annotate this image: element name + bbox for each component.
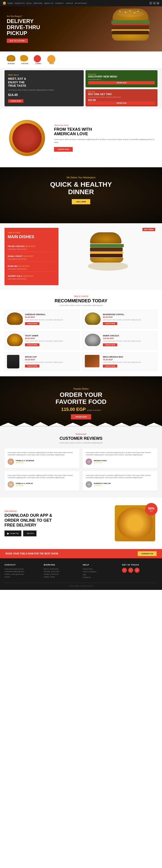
nav-home[interactable]: HOME: [7, 2, 13, 4]
qhd-call-btn[interactable]: CALL NOW: [72, 199, 90, 204]
app-section: Free Delivery DOWNLOAD OUR APP & ORDER O…: [0, 498, 162, 549]
rec-title: RECOMMENDED TODAY: [4, 298, 158, 303]
footer-link-terms[interactable]: Terms & Conditions: [83, 570, 118, 574]
promo-left-card: Meet, Eat & MEET, EAT & ENJOY THE TRUE T…: [4, 70, 84, 106]
main-dishes-menu: Tasty & Fresh MAIN DISHES FRANK CHICKEN …: [4, 228, 58, 285]
footer-link-privacy[interactable]: Privacy Policy: [83, 568, 118, 571]
reviewer-name-3: ROBERTO SMILOW: [94, 483, 111, 485]
twitter-icon[interactable]: t: [153, 2, 156, 4]
rec-item-1: MUSHROOM CAPITAL $6.00 EGP Lorem ipsum d…: [82, 310, 158, 329]
b3-cheese: [90, 252, 123, 253]
promo-buyone-btn[interactable]: ORDER NOW: [88, 101, 155, 105]
sesame-5: [137, 11, 138, 12]
footer-link-faq[interactable]: FAQ: [83, 574, 118, 576]
rec-desc2-3: Lorem ipsum dolor sit amet, consectetur …: [103, 340, 155, 342]
promo-left-heading: MEET, EAT & ENJOY THE TRUE TASTE: [8, 77, 80, 88]
about-section: About Our Food FROM TEXAS WITH AMERICAN …: [0, 108, 162, 167]
rec-name-3: DINER CHICIZZA: [103, 335, 155, 337]
qhd-section: We Deliver Your Masterpiece QUICK & HEAL…: [0, 167, 162, 223]
rec-price-1: $6.00 EGP: [103, 316, 155, 318]
footer-copyright: © 2024 Burger. All rights reserved.: [4, 583, 158, 587]
nav-services[interactable]: SERVICES: [33, 2, 42, 4]
main-dishes-title: MAIN DISHES: [8, 235, 55, 239]
linkedin-icon[interactable]: in: [157, 2, 159, 4]
promo-left-price: $14.45: [8, 93, 80, 97]
category-combo-label: COMBO: [35, 63, 41, 64]
rec-price-4: 40.00 EGP: [25, 359, 77, 361]
category-chicken[interactable]: CHICKEN: [20, 55, 29, 64]
footer-twitter-icon[interactable]: t: [128, 568, 133, 573]
rec-name-5: MEGA BRUNCH BOX: [103, 356, 155, 358]
footer-link-contact[interactable]: Contact Us: [83, 576, 118, 579]
promo-discovery-subtitle: Discovery: [88, 73, 155, 75]
main-dishes-subtitle: Tasty & Fresh: [8, 231, 55, 234]
avatar-1: [86, 459, 92, 465]
dish-4-price: $5.00 EGP: [23, 275, 33, 277]
promo-left-btn[interactable]: ORDER NOW: [8, 99, 24, 103]
footer-grid: CONTACT Lorem ipsum dolor sit amet, cons…: [4, 564, 158, 579]
dish-1-price: $6.00 EGP: [26, 245, 35, 247]
footer-social-title: GET IN TOUCH: [122, 564, 158, 566]
stars-0: ★★★★★: [16, 462, 34, 464]
footer-facebook-icon[interactable]: f: [122, 568, 127, 573]
dish-item-2: BUNKA CRUST $4.00 EGP Lorem ipsum dolor …: [8, 252, 55, 262]
category-combo[interactable]: COMBO: [34, 55, 43, 64]
rec-name-0: CHEDDAR ORIGINAL: [25, 313, 77, 316]
rec-desc2-1: Lorem ipsum dolor sit amet, consectetur …: [103, 319, 155, 321]
reviews-header: Testimonials CUSTOMER REVIEWS Lorem ipsu…: [4, 433, 158, 444]
review-card-3: Lorem ipsum dolor sit amet, consectetur …: [83, 471, 158, 491]
reviewer-info-3: ROBERTO SMILOW ★★★★★: [94, 483, 111, 487]
order-title: ORDER YOUR FAVORITE FOOD: [7, 392, 155, 405]
nav-about[interactable]: ABOUT US: [44, 2, 53, 4]
category-pizza-label: PIZZA: [49, 63, 54, 64]
rec-desc2-2: Lorem ipsum dolor sit amet, consectetur …: [25, 340, 77, 342]
review-card-0: Lorem ipsum dolor sit amet, consectetur …: [4, 448, 79, 468]
rec-img-cheddar: [7, 312, 23, 326]
rec-btn-4[interactable]: ORDER NOW: [25, 365, 39, 368]
rec-btn-2[interactable]: ORDER NOW: [25, 343, 39, 346]
dish-2-price: $4.00 EGP: [24, 255, 33, 257]
rec-btn-0[interactable]: ORDER NOW: [25, 322, 39, 325]
navbar-links: HOME PRODUCTS BLOG SERVICES ABOUT US CON…: [7, 2, 87, 4]
rec-btn-5[interactable]: ORDER NOW: [103, 365, 117, 368]
nav-logout[interactable]: LOGOUT: [66, 2, 73, 4]
plate: [88, 261, 128, 271]
book-banner-text: BOOK YOUR TABLE NOW FOR THE BEST SHOW: [5, 552, 58, 555]
google-play-label: Google Play: [10, 532, 19, 534]
avatar-2: [8, 481, 14, 488]
nav-contact[interactable]: CONTACT: [55, 2, 64, 4]
category-pizza[interactable]: PIZZA: [47, 55, 56, 64]
reviews-section: Testimonials CUSTOMER REVIEWS Lorem ipsu…: [0, 426, 162, 498]
app-subtitle: Free Delivery: [4, 510, 108, 512]
review-card-1: Lorem ipsum dolor sit amet, consectetur …: [83, 448, 158, 468]
reviews-grid: Lorem ipsum dolor sit amet, consectetur …: [4, 448, 158, 491]
order-cta-btn[interactable]: ORDER NOW: [71, 414, 91, 420]
main-dishes-image: BEST MENU: [58, 228, 158, 277]
hero-section: Are You Hungry? DELIVERY DRIVE-THRU PICK…: [0, 6, 162, 52]
hero-cta-button[interactable]: GO TO STORE: [7, 39, 28, 43]
category-chicken-label: CHICKEN: [21, 63, 28, 64]
contact-us-btn[interactable]: CONTACT US: [138, 551, 157, 556]
nav-products[interactable]: PRODUCTS: [15, 2, 25, 4]
rec-price-3: 110.00 EGP: [103, 337, 155, 340]
app-store-btn[interactable]: App Store: [23, 530, 36, 536]
promo-buyone-desc: Lorem ipsum dolor sit amet, consectetur …: [88, 96, 155, 98]
footer-instagram-icon[interactable]: in: [134, 568, 139, 573]
google-play-btn[interactable]: ▶ Google Play: [4, 530, 22, 536]
rec-item-0: CHEDDAR ORIGINAL $2.00 EGP Lorem ipsum d…: [4, 310, 80, 329]
nav-blog[interactable]: BLOG: [27, 2, 32, 4]
hero-burger-image: [108, 8, 158, 49]
rec-btn-3[interactable]: ORDER NOW: [103, 343, 117, 346]
rec-subtitle: Tasty & Crunchy: [4, 295, 158, 297]
facebook-icon[interactable]: f: [150, 2, 152, 4]
cheddar-burger-img: [7, 312, 23, 325]
category-burger[interactable]: BURGER: [7, 55, 16, 64]
about-order-btn[interactable]: ORDER NOW: [54, 147, 73, 152]
reviewer-0: PAMELA A. MCBRIDE ★★★★★: [8, 459, 76, 465]
discount-badge: 50% OFF: [145, 503, 158, 516]
promo-discovery-btn[interactable]: ORDER NOW: [88, 81, 155, 85]
nav-account[interactable]: MY ACCOUNT: [75, 2, 87, 4]
best-menu-badge: BEST MENU: [143, 228, 155, 231]
rec-btn-1[interactable]: ORDER NOW: [103, 322, 117, 325]
category-burger-label: BURGER: [8, 63, 15, 64]
